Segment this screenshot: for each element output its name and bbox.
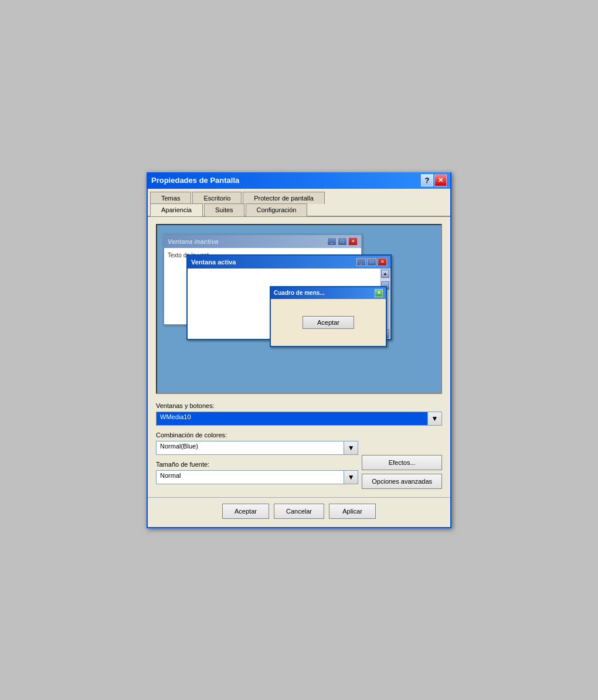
preview-msg-accept-btn[interactable]: Aceptar (303, 316, 354, 329)
preview-inactive-close-btn: ✕ (348, 237, 358, 246)
color-scheme-section: Combinación de colores: Normal(Blue) ▼ (156, 431, 358, 455)
windows-buttons-dropdown-btn[interactable]: ▼ (428, 412, 442, 426)
footer: Aceptar Cancelar Aplicar (148, 497, 450, 527)
right-column: Efectos... Opciones avanzadas (362, 455, 442, 490)
preview-active-win-buttons: _ □ ✕ (356, 258, 387, 266)
preview-message-box: Cuadro de mens... ✕ Aceptar (270, 286, 387, 347)
preview-msg-title-bar: Cuadro de mens... ✕ (271, 287, 386, 299)
tab-row-2: Apariencia Suites Configuración (148, 203, 450, 217)
font-size-dropdown-btn[interactable]: ▼ (344, 470, 358, 484)
preview-active-body: ▲ ▼ Cuadro de mens... ✕ Aceptar (188, 269, 390, 339)
preview-active-title-text: Ventana activa (191, 259, 236, 266)
windows-buttons-dropdown-row: WMedia10 ▼ (156, 412, 442, 426)
accept-button[interactable]: Aceptar (222, 504, 269, 519)
windows-buttons-section: Ventanas y botones: WMedia10 ▼ (156, 402, 442, 426)
preview-inactive-min-btn: _ (327, 237, 337, 246)
preview-msg-body: Aceptar (271, 299, 386, 346)
tab-row-1: Temas Escritorio Protector de pantalla (148, 189, 450, 203)
preview-active-window: Ventana activa _ □ ✕ ▲ ▼ (186, 254, 392, 340)
main-bottom-row: Combinación de colores: Normal(Blue) ▼ T… (156, 431, 442, 490)
left-column: Combinación de colores: Normal(Blue) ▼ T… (156, 431, 358, 490)
title-bar: Propiedades de Pantalla ? ✕ (148, 172, 450, 189)
tab-escritorio[interactable]: Escritorio (192, 192, 242, 204)
dialog-window: Propiedades de Pantalla ? ✕ Temas Escrit… (147, 172, 451, 528)
close-button[interactable]: ✕ (434, 174, 447, 186)
font-size-section: Tamaño de fuente: Normal ▼ (156, 461, 358, 484)
tab-apariencia[interactable]: Apariencia (150, 203, 203, 216)
preview-inactive-title-bar: Ventana inactiva _ □ ✕ (164, 235, 361, 248)
apply-button[interactable]: Aplicar (329, 504, 376, 519)
preview-msg-close-btn: ✕ (375, 289, 383, 297)
effects-button[interactable]: Efectos... (362, 455, 442, 470)
advanced-button[interactable]: Opciones avanzadas (362, 474, 442, 489)
preview-active-max-btn: □ (367, 258, 376, 266)
color-scheme-input[interactable]: Normal(Blue) (156, 441, 344, 455)
color-scheme-dropdown-row: Normal(Blue) ▼ (156, 441, 358, 455)
help-button[interactable]: ? (421, 174, 433, 186)
content-area: Ventana inactiva _ □ ✕ Texto de la vent … (148, 217, 450, 497)
windows-buttons-input[interactable]: WMedia10 (156, 412, 428, 426)
preview-active-title-bar: Ventana activa _ □ ✕ (188, 256, 390, 269)
color-scheme-label: Combinación de colores: (156, 431, 358, 439)
tab-configuracion[interactable]: Configuración (246, 203, 308, 216)
preview-inactive-max-btn: □ (338, 237, 347, 246)
preview-box: Ventana inactiva _ □ ✕ Texto de la vent … (156, 224, 442, 394)
cancel-button[interactable]: Cancelar (274, 504, 324, 519)
preview-active-close-btn: ✕ (378, 258, 387, 266)
font-size-input[interactable]: Normal (156, 470, 344, 484)
title-bar-buttons: ? ✕ (421, 174, 447, 186)
tab-suites[interactable]: Suites (204, 203, 244, 216)
tab-temas[interactable]: Temas (150, 192, 191, 204)
font-size-dropdown-row: Normal ▼ (156, 470, 358, 484)
windows-buttons-label: Ventanas y botones: (156, 402, 442, 409)
color-scheme-dropdown-btn[interactable]: ▼ (344, 441, 358, 455)
preview-inactive-win-buttons: _ □ ✕ (327, 237, 358, 246)
preview-active-min-btn: _ (356, 258, 366, 266)
preview-msg-title-text: Cuadro de mens... (274, 290, 325, 296)
dialog-title: Propiedades de Pantalla (151, 176, 239, 185)
tab-protector[interactable]: Protector de pantalla (243, 192, 325, 204)
font-size-label: Tamaño de fuente: (156, 461, 358, 468)
preview-scroll-up: ▲ (381, 270, 389, 278)
preview-inactive-title-text: Ventana inactiva (168, 238, 218, 245)
